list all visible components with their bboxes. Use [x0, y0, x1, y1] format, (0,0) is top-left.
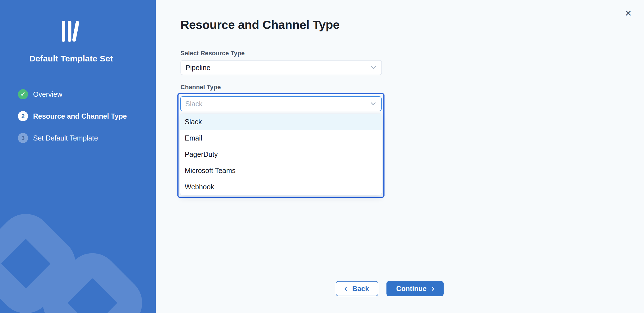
back-button[interactable]: Back: [336, 281, 378, 296]
step-resource-and-channel-type: 2 Resource and Channel Type: [18, 111, 156, 121]
resource-type-select[interactable]: Pipeline: [180, 60, 382, 75]
step-number-badge: 3: [18, 133, 28, 143]
resource-type-value: Pipeline: [186, 64, 210, 72]
continue-button[interactable]: Continue: [386, 281, 444, 296]
channel-type-field: Channel Type Slack Slack Email PagerDuty…: [180, 83, 644, 198]
wizard-actions: Back Continue: [336, 281, 444, 296]
step-overview: ✓ Overview: [18, 89, 156, 99]
chevron-down-icon: [371, 64, 376, 69]
chevron-down-icon: [370, 100, 376, 105]
chevron-right-icon: [430, 286, 435, 291]
channel-option-pagerduty[interactable]: PagerDuty: [180, 146, 382, 162]
step-complete-check-icon: ✓: [18, 89, 28, 99]
wizard-content-panel: ✕ Resource and Channel Type Select Resou…: [156, 0, 644, 313]
app-logo-icon: [62, 20, 81, 43]
step-label: Set Default Template: [33, 134, 98, 142]
page-title: Resource and Channel Type: [180, 18, 644, 32]
channel-option-slack[interactable]: Slack: [180, 114, 382, 130]
close-icon[interactable]: ✕: [622, 7, 634, 20]
step-label: Overview: [33, 90, 62, 98]
channel-type-placeholder: Slack: [185, 100, 202, 108]
wizard-title: Default Template Set: [0, 54, 142, 63]
resource-type-field: Select Resource Type Pipeline: [180, 49, 644, 75]
step-set-default-template: 3 Set Default Template: [18, 133, 156, 143]
step-label: Resource and Channel Type: [33, 112, 127, 120]
continue-button-label: Continue: [396, 285, 427, 293]
wizard-sidebar: Default Template Set ✓ Overview 2 Resour…: [0, 0, 156, 313]
channel-type-focus-ring: Slack Slack Email PagerDuty Microsoft Te…: [177, 93, 384, 198]
channel-type-select[interactable]: Slack: [180, 96, 382, 111]
channel-type-dropdown-menu: Slack Email PagerDuty Microsoft Teams We…: [180, 114, 382, 195]
step-number-badge: 2: [18, 111, 28, 121]
channel-type-label: Channel Type: [180, 83, 644, 91]
channel-option-microsoft-teams[interactable]: Microsoft Teams: [180, 162, 382, 179]
chevron-left-icon: [344, 286, 349, 291]
back-button-label: Back: [352, 285, 369, 293]
channel-option-email[interactable]: Email: [180, 130, 382, 146]
resource-type-label: Select Resource Type: [180, 49, 644, 57]
channel-option-webhook[interactable]: Webhook: [180, 179, 382, 195]
wizard-steps: ✓ Overview 2 Resource and Channel Type 3…: [18, 89, 156, 143]
